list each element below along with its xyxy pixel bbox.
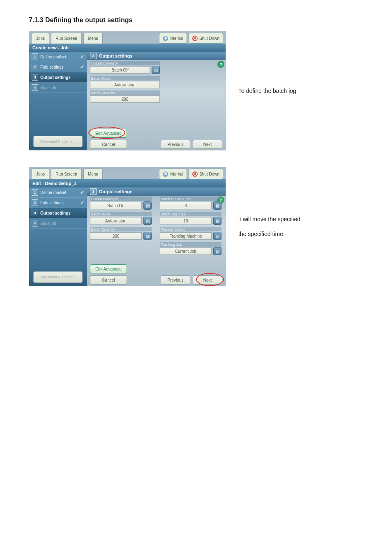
- step-fold-settings[interactable]: 2 Fold settings ✔: [29, 62, 87, 72]
- step-label: Fold settings: [40, 201, 64, 205]
- next-button[interactable]: Next: [193, 275, 222, 284]
- title-bar: Edit - Demo Setup_1: [29, 179, 226, 187]
- list-icon[interactable]: ▤: [143, 217, 152, 225]
- side-text-2a: it will move the specified: [238, 216, 363, 222]
- batch-quantity-label: Batch Quantity: [90, 227, 152, 231]
- check-icon: ✔: [80, 200, 84, 206]
- next-button[interactable]: Next: [193, 140, 222, 149]
- panel-header: 3 Output settings: [87, 52, 226, 60]
- step-output-settings[interactable]: 3 Output settings: [29, 72, 87, 83]
- help-icon[interactable]: ?: [217, 197, 224, 204]
- edit-advanced-button[interactable]: Edit Advanced: [90, 129, 127, 138]
- step-fold-settings[interactable]: 2 Fold settings ✔: [29, 198, 87, 208]
- step-label: Fold settings: [40, 65, 64, 69]
- step-number: 3: [32, 210, 38, 216]
- tab-menu[interactable]: Menu: [83, 33, 103, 44]
- list-icon[interactable]: ▤: [143, 201, 152, 210]
- internal-button[interactable]: ⦿ Internal: [159, 33, 187, 44]
- step-label: Save job: [40, 221, 56, 226]
- batch-quantity-value[interactable]: 200: [90, 95, 160, 103]
- step-label: Save job: [40, 86, 56, 90]
- document-placement-button: Document Placement: [33, 271, 83, 283]
- internal-label: Internal: [170, 36, 183, 41]
- list-icon[interactable]: ▤: [213, 232, 221, 240]
- step-label: Output settings: [40, 75, 71, 80]
- check-icon: ✔: [80, 54, 84, 60]
- side-text-2b: the specified time.: [238, 231, 363, 237]
- output-conveyor-label: Output conveyor: [90, 197, 152, 201]
- person-icon: ⦿: [163, 171, 168, 177]
- step-number: 4: [32, 220, 38, 227]
- power-icon: ⏻: [192, 36, 198, 41]
- title-bar: Create new - Job: [29, 44, 226, 52]
- panel-header: 3 Output settings: [87, 187, 226, 196]
- shut-down-button[interactable]: ⏻ Shut Down: [189, 33, 223, 44]
- step-number: 1: [32, 189, 38, 196]
- main-panel: 3 Output settings ? Output conveyor Batc…: [87, 52, 226, 150]
- batch-pause-time-value[interactable]: 3: [160, 202, 212, 209]
- help-icon[interactable]: ?: [217, 61, 224, 68]
- shut-down-button[interactable]: ⏻ Shut Down: [189, 169, 223, 179]
- tab-run-screen[interactable]: Run Screen: [51, 169, 82, 179]
- batch-mode-value[interactable]: Auto-restart: [90, 81, 160, 88]
- power-icon: ⏻: [192, 171, 198, 177]
- step-define-mailset[interactable]: 1 Define mailset ✔: [29, 187, 87, 198]
- check-icon: ✔: [80, 190, 84, 195]
- keypad-icon[interactable]: ▦: [143, 232, 152, 240]
- franking-job-value[interactable]: Current Job: [160, 247, 212, 255]
- step-save-job: 4 Save job: [29, 83, 87, 93]
- output-conveyor-value[interactable]: Batch On: [90, 202, 142, 209]
- step-output-settings[interactable]: 3 Output settings: [29, 208, 87, 218]
- step-label: Define mailset: [40, 190, 66, 195]
- step-label: Define mailset: [40, 55, 66, 59]
- panel-title: Output settings: [99, 53, 132, 58]
- shut-down-label: Shut Down: [199, 36, 219, 41]
- side-text-2: it will move the specified the specified…: [238, 216, 363, 237]
- batch-pause-time-label: Batch Pause Time: [160, 197, 221, 201]
- batch-quantity-value[interactable]: 200: [90, 232, 142, 240]
- list-icon[interactable]: ▤: [152, 66, 160, 74]
- step-number: 3: [32, 74, 38, 81]
- panel-number: 3: [90, 53, 97, 59]
- franker-control-value[interactable]: Franking Machine: [160, 232, 212, 240]
- step-define-mailset[interactable]: 1 Define mailset ✔: [29, 52, 87, 62]
- wizard-steps: 1 Define mailset ✔ 2 Fold settings ✔ 3 O…: [29, 52, 87, 150]
- main-panel: 3 Output settings ? Output conveyor Batc…: [87, 187, 226, 286]
- franker-control-label: Franker Control: [160, 227, 221, 231]
- side-text-1: To define the batch jog: [238, 88, 363, 94]
- check-icon: ✔: [80, 64, 84, 70]
- step-number: 2: [32, 64, 38, 70]
- cancel-button[interactable]: Cancel: [90, 140, 127, 149]
- batch-quantity-label: Batch Quantity: [90, 90, 160, 95]
- franking-job-label: Franking Job: [160, 242, 221, 247]
- tab-menu[interactable]: Menu: [83, 169, 103, 179]
- screenshot-1: Jobs Run Screen Menu ⦿ Internal ⏻ Shut D…: [29, 31, 226, 150]
- step-number: 4: [32, 84, 38, 91]
- document-placement-button: Document Placement: [33, 136, 83, 147]
- previous-button[interactable]: Previous: [161, 275, 190, 284]
- output-conveyor-value[interactable]: Batch Off: [90, 66, 150, 74]
- section-heading: 7.1.3 Defining the output settings: [29, 16, 363, 24]
- batch-mode-label: Batch Mode: [90, 212, 152, 216]
- batch-mode-value[interactable]: Auto-restart: [90, 217, 142, 224]
- keypad-icon[interactable]: ▦: [213, 217, 221, 225]
- internal-label: Internal: [170, 172, 183, 176]
- screenshot-2: Jobs Run Screen Menu ⦿ Internal ⏻ Shut D…: [29, 167, 226, 286]
- shut-down-label: Shut Down: [199, 172, 219, 176]
- cancel-button[interactable]: Cancel: [90, 275, 127, 284]
- person-icon: ⦿: [163, 36, 168, 41]
- tab-jobs[interactable]: Jobs: [32, 33, 49, 44]
- top-bar: Jobs Run Screen Menu ⦿ Internal ⏻ Shut D…: [29, 167, 226, 179]
- previous-button[interactable]: Previous: [161, 140, 190, 149]
- step-label: Output settings: [40, 211, 71, 215]
- tab-run-screen[interactable]: Run Screen: [51, 33, 82, 44]
- tab-jobs[interactable]: Jobs: [32, 169, 49, 179]
- step-number: 1: [32, 53, 38, 60]
- edit-advanced-button[interactable]: Edit Advanced: [90, 264, 127, 273]
- panel-number: 3: [90, 188, 97, 195]
- list-icon[interactable]: ▤: [213, 247, 221, 255]
- top-bar: Jobs Run Screen Menu ⦿ Internal ⏻ Shut D…: [29, 32, 226, 44]
- batch-mode-label: Batch Mode: [90, 76, 160, 81]
- batch-jog-step-value[interactable]: 10: [160, 217, 212, 224]
- internal-button[interactable]: ⦿ Internal: [159, 169, 187, 179]
